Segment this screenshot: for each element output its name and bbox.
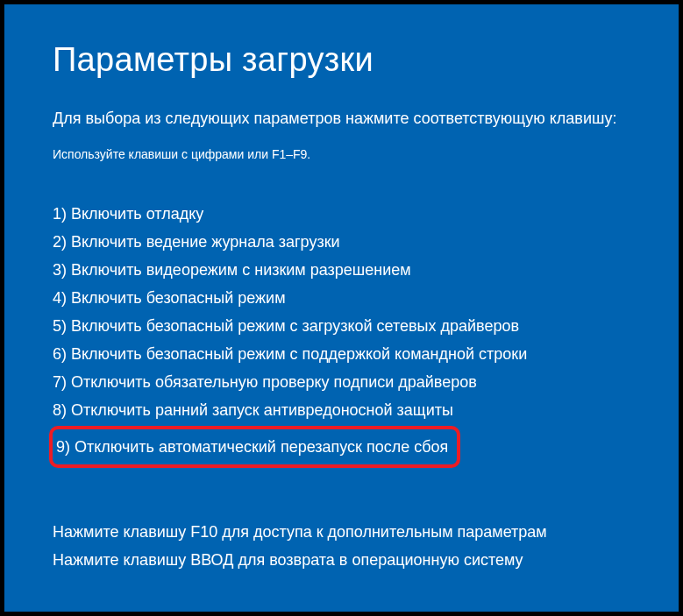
option-9-disable-auto-restart[interactable]: 9) Отключить автоматический перезапуск п… (56, 433, 448, 461)
option-2-enable-boot-logging[interactable]: 2) Включить ведение журнала загрузки (53, 228, 340, 256)
instruction-text: Для выбора из следующих параметров нажми… (53, 107, 630, 131)
option-4-safe-mode[interactable]: 4) Включить безопасный режим (53, 284, 286, 312)
hint-text: Используйте клавиши с цифрами или F1–F9. (53, 147, 630, 161)
startup-settings-screen: Параметры загрузки Для выбора из следующ… (4, 4, 679, 612)
option-5-safe-mode-networking[interactable]: 5) Включить безопасный режим с загрузкой… (53, 312, 519, 340)
boot-options-list: 1) Включить отладку 2) Включить ведение … (53, 200, 630, 468)
footer-instructions: Нажмите клавишу F10 для доступа к дополн… (53, 519, 630, 574)
option-3-low-res-video[interactable]: 3) Включить видеорежим с низким разрешен… (53, 256, 411, 284)
option-8-disable-antimalware[interactable]: 8) Отключить ранний запуск антивредоносн… (53, 396, 453, 424)
highlight-box: 9) Отключить автоматический перезапуск п… (49, 426, 460, 468)
f10-instruction: Нажмите клавишу F10 для доступа к дополн… (53, 519, 630, 547)
option-6-safe-mode-command[interactable]: 6) Включить безопасный режим с поддержко… (53, 340, 527, 368)
option-1-enable-debugging[interactable]: 1) Включить отладку (53, 200, 203, 228)
option-7-disable-driver-signature[interactable]: 7) Отключить обязательную проверку подпи… (53, 368, 477, 396)
page-title: Параметры загрузки (53, 41, 630, 79)
enter-instruction: Нажмите клавишу ВВОД для возврата в опер… (53, 547, 630, 575)
